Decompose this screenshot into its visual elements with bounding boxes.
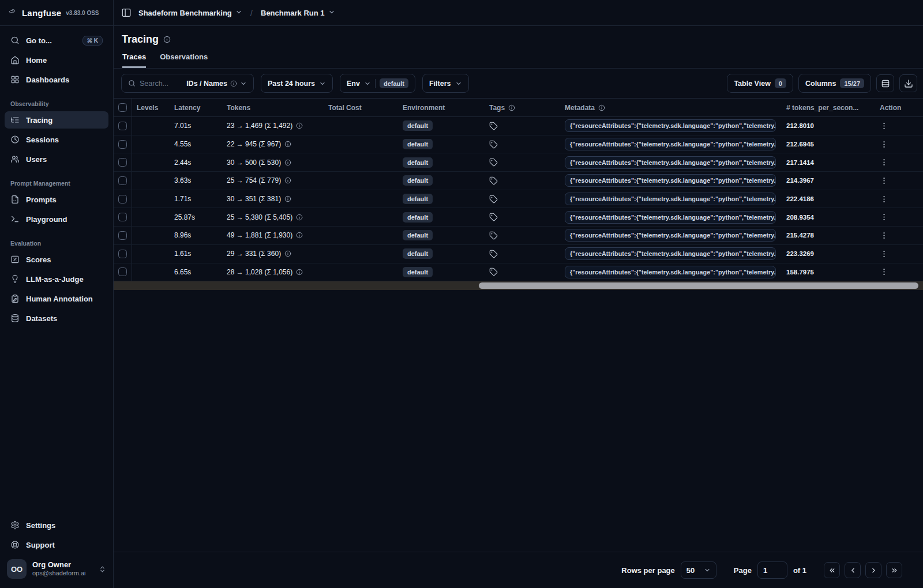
sidebar-item-dashboards[interactable]: Dashboards [5,71,108,88]
metadata-pill[interactable]: {"resourceAttributes":{"telemetry.sdk.la… [565,119,776,132]
table-view-button[interactable]: Table View 0 [727,74,793,93]
tags-cell[interactable] [482,267,560,276]
table-row[interactable]: 1.71s 30 → 351 (Σ 381) default {"resourc… [114,190,923,209]
row-checkbox[interactable] [118,267,127,276]
row-actions-menu-button[interactable] [874,158,888,167]
row-checkbox[interactable] [118,140,127,149]
tags-cell[interactable] [482,176,560,185]
user-menu[interactable]: OO Org Owner ops@shadeform.ai [7,559,106,579]
tags-cell[interactable] [482,231,560,240]
row-actions-menu-button[interactable] [874,195,888,203]
column-header-latency[interactable]: Latency [167,104,222,112]
row-height-button[interactable] [876,74,894,92]
sidebar-item-tracing[interactable]: Tracing [5,111,108,129]
page-number-input[interactable] [757,561,787,579]
sidebar-item-users[interactable]: Users [5,150,108,168]
horizontal-scrollbar-thumb[interactable] [479,282,918,289]
tags-cell[interactable] [482,195,560,203]
page-header: Tracing [114,26,923,46]
search-input[interactable]: Search... IDs / Names [121,74,254,93]
horizontal-scrollbar-track[interactable] [114,281,923,290]
sidebar-item-datasets[interactable]: Datasets [5,310,108,327]
row-checkbox[interactable] [118,231,127,240]
row-checkbox[interactable] [118,158,127,167]
row-checkbox[interactable] [118,176,127,185]
tokens-cell: 30 → 500 (Σ 530) [222,159,324,167]
column-header-metadata[interactable]: Metadata [560,104,782,112]
select-all-checkbox[interactable] [118,103,127,112]
tags-cell[interactable] [482,250,560,258]
row-actions-menu-button[interactable] [874,122,888,130]
column-header-total-cost[interactable]: Total Cost [324,104,395,112]
table-row[interactable]: 1.61s 29 → 331 (Σ 360) default {"resourc… [114,245,923,263]
row-actions-menu-button[interactable] [874,250,888,258]
breadcrumb-org-label: Shadeform Benchmarking [138,9,232,17]
tab-traces[interactable]: Traces [122,52,146,68]
row-checkbox[interactable] [118,122,127,130]
tags-cell[interactable] [482,213,560,221]
tags-cell[interactable] [482,158,560,167]
metadata-pill[interactable]: {"resourceAttributes":{"telemetry.sdk.la… [565,193,776,205]
table-row[interactable]: 25.87s 25 → 5,380 (Σ 5,405) default {"re… [114,208,923,227]
search-mode-dropdown[interactable]: IDs / Names [186,80,247,88]
time-range-dropdown[interactable]: Past 24 hours [261,74,333,93]
rows-per-page-select[interactable]: 50 [681,561,716,579]
table-row[interactable]: 6.65s 28 → 1,028 (Σ 1,056) default {"res… [114,263,923,282]
filters-dropdown[interactable]: Filters [422,74,469,93]
info-icon [598,104,605,111]
metadata-pill[interactable]: {"resourceAttributes":{"telemetry.sdk.la… [565,138,776,150]
column-header-environment[interactable]: Environment [395,104,482,112]
next-page-button[interactable] [865,562,881,578]
row-checkbox[interactable] [118,213,127,221]
column-header-tags[interactable]: Tags [482,104,560,112]
table-row[interactable]: 8.96s 49 → 1,881 (Σ 1,930) default {"res… [114,227,923,245]
sidebar-item-playground[interactable]: Playground [5,210,108,228]
column-header-tokens-per-second[interactable]: # tokens_per_secon... [782,104,869,112]
metadata-pill[interactable]: {"resourceAttributes":{"telemetry.sdk.la… [565,211,776,224]
row-actions-menu-button[interactable] [874,213,888,221]
sidebar-item-home[interactable]: Home [5,51,108,69]
tags-cell[interactable] [482,140,560,149]
sidebar-item-goto[interactable]: Go to... ⌘ K [5,32,108,49]
row-actions-menu-button[interactable] [874,267,888,276]
row-actions-menu-button[interactable] [874,231,888,240]
metadata-pill[interactable]: {"resourceAttributes":{"telemetry.sdk.la… [565,174,776,187]
metadata-pill[interactable]: {"resourceAttributes":{"telemetry.sdk.la… [565,266,776,278]
first-page-button[interactable] [824,562,840,578]
last-page-button[interactable] [886,562,902,578]
traces-table: Levels Latency Tokens Total Cost Environ… [114,98,923,281]
metadata-cell: {"resourceAttributes":{"telemetry.sdk.la… [560,138,782,150]
previous-page-button[interactable] [845,562,861,578]
tab-observations[interactable]: Observations [160,52,208,68]
sidebar-item-settings[interactable]: Settings [5,517,108,534]
sidebar-item-llm-as-a-judge[interactable]: LLM-as-a-Judge [5,270,108,288]
row-actions-menu-button[interactable] [874,140,888,149]
breadcrumb-project[interactable]: Benchmark Run 1 [261,9,335,17]
metadata-pill[interactable]: {"resourceAttributes":{"telemetry.sdk.la… [565,247,776,260]
sidebar-toggle-button[interactable] [121,7,132,18]
table-row[interactable]: 4.55s 22 → 945 (Σ 967) default {"resourc… [114,135,923,154]
tokens-per-second-cell: 217.1414 [782,159,869,166]
sidebar-item-prompts[interactable]: Prompts [5,191,108,208]
sidebar-item-scores[interactable]: Scores [5,251,108,268]
export-button[interactable] [899,74,917,92]
sidebar-item-sessions[interactable]: Sessions [5,131,108,148]
table-row[interactable]: 2.44s 30 → 500 (Σ 530) default {"resourc… [114,153,923,172]
sidebar-item-support[interactable]: Support [5,536,108,553]
column-header-levels[interactable]: Levels [132,104,167,112]
row-actions-menu-button[interactable] [874,176,888,185]
sidebar-item-human-annotation[interactable]: Human Annotation [5,290,108,307]
row-checkbox[interactable] [118,195,127,203]
table-row[interactable]: 7.01s 23 → 1,469 (Σ 1,492) default {"res… [114,117,923,135]
column-header-tokens[interactable]: Tokens [222,104,324,112]
table-row[interactable]: 3.63s 25 → 754 (Σ 779) default {"resourc… [114,172,923,190]
columns-button[interactable]: Columns 15/27 [798,74,871,93]
metadata-pill[interactable]: {"resourceAttributes":{"telemetry.sdk.la… [565,229,776,242]
environment-filter-dropdown[interactable]: Env default [340,74,415,93]
sidebar-nav: Go to... ⌘ K Home Dashboards Observabili… [0,26,113,329]
row-checkbox[interactable] [118,250,127,258]
breadcrumb-org[interactable]: Shadeform Benchmarking [138,9,242,17]
tags-cell[interactable] [482,122,560,130]
tokens-value: 25 → 5,380 (Σ 5,405) [227,213,292,221]
metadata-pill[interactable]: {"resourceAttributes":{"telemetry.sdk.la… [565,156,776,169]
